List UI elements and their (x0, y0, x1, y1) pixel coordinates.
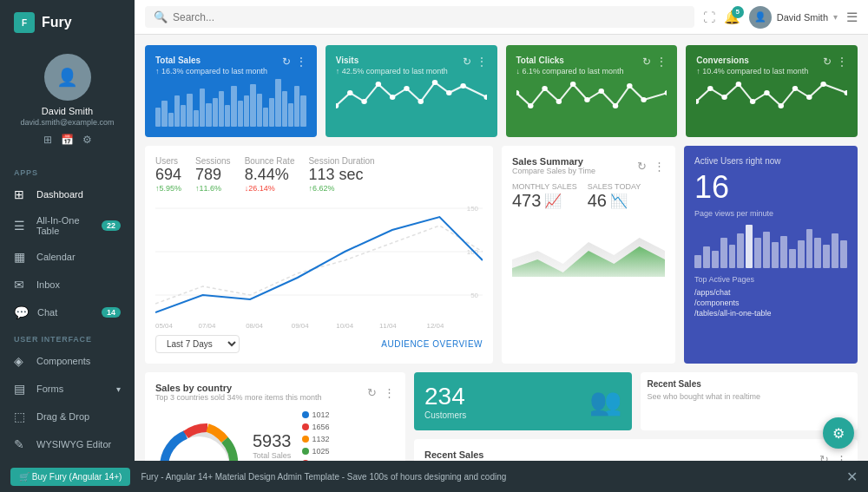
sidebar-item-label: Dashboard (36, 189, 83, 200)
stats-row: Total Sales ↑ 16.3% compared to last mon… (145, 45, 858, 137)
clicks-refresh-icon[interactable]: ↻ (642, 56, 651, 68)
customers-card: 234 Customers 👥 (414, 372, 632, 430)
audience-overview-link[interactable]: AUDIENCE OVERVIEW (381, 339, 483, 349)
metric-sessions: Sessions 789 ↑11.6% (195, 156, 231, 193)
user-grid-icon[interactable]: ⊞ (43, 134, 52, 146)
metric-users-value: 694 (155, 166, 181, 184)
sidebar-logo: F Fury (0, 0, 135, 45)
sales-bar-chart (155, 79, 306, 127)
dashboard-icon: ⊞ (14, 187, 28, 201)
sales-more-icon[interactable]: ⋮ (654, 160, 665, 173)
time-filter-row: Last 7 Days Last 30 Days Last 90 Days AU… (155, 335, 483, 353)
legend-item-1: 1012 (302, 409, 330, 421)
sidebar-item-components[interactable]: ◈ Components (0, 347, 135, 375)
svg-point-17 (598, 89, 604, 94)
legend-dot-1 (302, 411, 309, 418)
sidebar-item-chat[interactable]: 💬 Chat 14 (0, 298, 135, 326)
table-icon: ☰ (14, 219, 28, 233)
sidebar-item-wysiwyg[interactable]: ✎ WYSIWYG Editor (0, 430, 135, 458)
sales-summary-title: Sales Summary (512, 156, 595, 167)
legend-label-3: 1132 (312, 435, 330, 443)
visits-more-icon[interactable]: ⋮ (477, 56, 487, 68)
recent-mini-subtitle: See who bought what in realtime (648, 392, 852, 401)
metric-duration-label: Session Duration (308, 156, 374, 166)
svg-point-30 (806, 95, 812, 100)
metric-users-label: Users (155, 156, 181, 166)
sidebar-item-drag-drop[interactable]: ⬚ Drag & Drop (0, 403, 135, 430)
svg-text:05/04: 05/04 (155, 322, 173, 330)
visits-refresh-icon[interactable]: ↻ (463, 56, 471, 68)
sales-today-label: SALES TODAY (588, 182, 641, 191)
stat-more-icon[interactable]: ⋮ (296, 56, 306, 68)
top-pages-label: Top Active Pages (694, 275, 847, 284)
fullscreen-icon[interactable]: ⛶ (703, 10, 715, 24)
customers-info: 234 Customers (424, 383, 466, 420)
fab-button[interactable]: ⚙ (823, 417, 854, 449)
sidebar-item-inbox[interactable]: ✉ Inbox (0, 271, 135, 298)
country-card-title: Sales by country (155, 383, 322, 393)
svg-point-8 (446, 90, 452, 95)
metric-sessions-value: 789 (195, 166, 231, 184)
svg-point-21 (664, 90, 667, 95)
stat-title-clicks: Total Clicks (516, 56, 624, 65)
svg-point-28 (779, 103, 785, 108)
svg-marker-47 (512, 246, 665, 277)
svg-point-23 (707, 86, 713, 91)
conversions-line-chart (696, 75, 847, 123)
legend-label-4: 1025 (312, 447, 330, 456)
stat-refresh-icon[interactable]: ↻ (282, 56, 291, 68)
chat-icon: 💬 (14, 305, 29, 319)
forms-chevron: ▾ (116, 384, 121, 394)
sidebar-item-dashboard[interactable]: ⊞ Dashboard (0, 180, 135, 208)
svg-point-4 (390, 95, 396, 100)
user-calendar-icon[interactable]: 📅 (61, 134, 74, 146)
country-card-subtitle: Top 3 countries sold 34% more items this… (155, 393, 322, 402)
sales-refresh-icon[interactable]: ↻ (637, 160, 647, 173)
buy-button[interactable]: 🛒 Buy Fury (Angular 14+) (10, 468, 130, 486)
customers-row: 234 Customers 👥 Recent Sales See who bou… (414, 372, 858, 430)
search-box[interactable]: 🔍 (145, 6, 694, 28)
menu-icon[interactable]: ☰ (846, 10, 858, 25)
audience-chart-card: Users 694 ↑5.95% Sessions 789 ↑11.6% Bou… (145, 146, 493, 364)
conversions-refresh-icon[interactable]: ↻ (823, 56, 832, 68)
monthly-sales-label: MONTHLY SALES (512, 182, 577, 191)
svg-point-24 (722, 95, 728, 100)
user-dropdown-icon: ▾ (833, 12, 838, 22)
svg-point-7 (432, 80, 438, 85)
metric-sessions-change: ↑11.6% (195, 184, 231, 193)
sidebar-item-forms[interactable]: ▤ Forms ▾ (0, 375, 135, 403)
forms-icon: ▤ (14, 382, 28, 396)
svg-point-27 (764, 90, 770, 95)
active-users-card: Active Users right now 16 Page views per… (684, 146, 858, 364)
conversions-more-icon[interactable]: ⋮ (837, 56, 847, 68)
monthly-trend-icon: 📈 (544, 193, 562, 209)
sales-summary-subtitle: Compare Sales by Time (512, 167, 595, 175)
time-period-select[interactable]: Last 7 Days Last 30 Days Last 90 Days (155, 335, 240, 353)
user-quick-icons: ⊞ 📅 ⚙ (43, 134, 92, 146)
bottom-bar-close[interactable]: ✕ (846, 469, 858, 485)
logo-text: Fury (42, 15, 72, 30)
stat-card-visits: Visits ↑ 42.5% compared to last month ↻ … (326, 45, 497, 137)
components-icon: ◈ (14, 354, 28, 368)
notifications-button[interactable]: 🔔 5 (724, 10, 740, 25)
clicks-more-icon[interactable]: ⋮ (656, 56, 667, 68)
active-bar-chart (694, 225, 847, 268)
search-input[interactable] (173, 11, 686, 23)
legend-dot-3 (302, 436, 309, 443)
sidebar-item-all-in-one-table[interactable]: ☰ All-In-One Table 22 (0, 208, 135, 243)
metric-bounce-rate: Bounce Rate 8.44% ↓26.14% (245, 156, 295, 193)
metric-users-change: ↑5.95% (155, 184, 181, 193)
stat-card-total-sales: Total Sales ↑ 16.3% compared to last mon… (145, 45, 317, 137)
main-content: Total Sales ↑ 16.3% compared to last mon… (135, 35, 868, 492)
metric-session-duration: Session Duration 113 sec ↑6.62% (308, 156, 374, 193)
svg-text:08/04: 08/04 (246, 322, 263, 330)
user-menu[interactable]: 👤 David Smith ▾ (749, 6, 838, 29)
sidebar-item-calendar[interactable]: ▦ Calendar (0, 243, 135, 271)
svg-point-12 (528, 103, 534, 108)
user-settings-icon[interactable]: ⚙ (82, 134, 92, 146)
sidebar-item-label: Drag & Drop (36, 411, 89, 422)
country-more-icon[interactable]: ⋮ (384, 386, 395, 399)
user-email: david.smith@example.com (20, 118, 114, 127)
country-refresh-icon[interactable]: ↻ (367, 386, 377, 399)
sales-numbers: MONTHLY SALES 473 📈 SALES TODAY 46 📉 (512, 182, 665, 211)
